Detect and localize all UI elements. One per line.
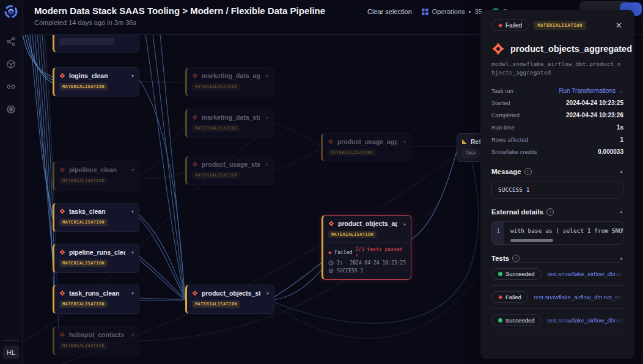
- graph-node-marketing_data_aggregated[interactable]: marketing_data_aggregated ▾ MATERIALISAT…: [185, 67, 274, 96]
- dbt-icon: [192, 73, 198, 79]
- status-circle-icon: [328, 268, 334, 274]
- test-link[interactable]: test.snowflake_airflow_dbt.not_null_pr: [548, 317, 623, 324]
- materialisation-badge: MATERIALISATION: [328, 231, 377, 238]
- chevron-down-icon[interactable]: ▾: [401, 139, 406, 145]
- collapse-caret[interactable]: ▲: [619, 169, 623, 173]
- sql-code-block: 1 with base as ( select 1 from SNOWFLAKE: [491, 221, 623, 245]
- graph-node-pipeline_runs_clean[interactable]: pipeline_runs_clean ▾ MATERIALISATION: [53, 244, 139, 273]
- operations-grid-icon: [422, 9, 428, 15]
- materialisation-badge: MATERIALISATION: [59, 219, 108, 226]
- graph-node-product_usage_staging[interactable]: product_usage_staging ▾ MATERIALISATION: [185, 156, 274, 185]
- app-sidebar: HL: [0, 0, 23, 364]
- graph-node-pipelines_clean[interactable]: pipelines_clean ▾ MATERIALISATION: [53, 161, 139, 191]
- node-status-row: ◆ Failed 2/3 tests passed ↗: [328, 247, 406, 258]
- operations-separator: •: [469, 8, 471, 15]
- test-link[interactable]: test.snowflake_airflow_dbt.unique_pro: [548, 271, 623, 277]
- node-label: marketing_data_aggregated: [202, 72, 260, 79]
- run-status-subtitle: Completed 14 days ago in 3m 36s: [34, 19, 136, 26]
- failed-diamond-icon: ◆: [498, 294, 502, 300]
- tests-summary-link[interactable]: 2/3 tests passed ↗: [355, 247, 406, 258]
- node-label: pipelines_clean: [69, 166, 125, 173]
- node-label: product_usage_staging: [202, 161, 260, 168]
- collapse-caret[interactable]: ▲: [619, 209, 623, 214]
- dbt-icon: [192, 114, 198, 120]
- chevron-down-icon[interactable]: ▾: [129, 73, 134, 79]
- tests-section-header: Tests i ▲: [491, 255, 623, 262]
- materialisation-badge: MATERIALISATION: [59, 177, 108, 184]
- clear-selection-button[interactable]: Clear selection: [367, 8, 412, 15]
- test-row: Succeeded test.snowflake_airflow_dbt.not…: [491, 309, 623, 332]
- test-row: ◆ Failed test.snowflake_airflow_dbt.not_…: [491, 286, 623, 308]
- field-completed: Completed 2024-04-24 10:23:26: [491, 109, 623, 122]
- link-icon[interactable]: [6, 82, 16, 92]
- cube-icon[interactable]: [6, 59, 16, 69]
- chevron-down-icon[interactable]: ▾: [129, 167, 134, 173]
- chevron-down-icon[interactable]: ▾: [129, 250, 134, 255]
- chevron-down-icon[interactable]: ▾: [129, 332, 134, 338]
- dbt-icon: [491, 42, 505, 56]
- divider: [323, 242, 411, 243]
- message-section-header: Message i ▲: [491, 168, 623, 175]
- dbt-icon: [59, 249, 65, 255]
- app-logo-icon[interactable]: [4, 5, 18, 18]
- chevron-down-icon[interactable]: ▾: [129, 291, 134, 296]
- node-label: product_objects_staging: [202, 289, 260, 297]
- collapse-caret[interactable]: ▲: [619, 256, 623, 260]
- close-icon[interactable]: ✕: [614, 20, 623, 31]
- chevron-up-icon[interactable]: ▴: [401, 221, 406, 227]
- field-started: Started 2024-04-24 10:23:25: [491, 97, 623, 109]
- graph-node-marketing_data_staging[interactable]: marketing_data_staging ▾ MATERIALISATION: [185, 109, 274, 138]
- node-label: marketing_data_staging: [202, 114, 260, 121]
- field-run-time: Run time 1s: [491, 122, 623, 134]
- chevron-down-icon[interactable]: ▾: [263, 162, 268, 167]
- task-type-chip: TASK: [462, 149, 480, 158]
- node-label: hubspot_contacts_clean: [69, 331, 125, 338]
- node-label: pipeline_runs_clean: [69, 249, 125, 256]
- node-detail-panel: ◆ Failed MATERIALISATION ✕ product_objec…: [480, 10, 634, 359]
- failed-diamond-icon: ◆: [498, 23, 502, 28]
- graph-node-hubspot_contacts_clean[interactable]: hubspot_contacts_clean ▾ MATERIALISATION: [53, 326, 139, 355]
- integrations-wheel-icon[interactable]: [6, 104, 16, 114]
- run-transformations-link[interactable]: Run Transformations →: [559, 87, 623, 94]
- info-icon: i: [524, 168, 532, 175]
- clock-icon: [328, 260, 334, 266]
- test-link[interactable]: test.snowflake_airflow_dbt.not_null_pr: [534, 294, 623, 300]
- dbt-icon: [328, 220, 334, 227]
- operations-label: Operations: [432, 8, 465, 15]
- graph-node-product_objects_aggregated[interactable]: product_objects_aggregated ▴ MATERIALISA…: [322, 215, 411, 280]
- graph-node-product_usage_aggregated[interactable]: product_usage_aggregated ▾ MATERIALISATI…: [321, 133, 411, 161]
- materialisation-badge: MATERIALISATION: [59, 300, 108, 308]
- horizontal-scrollbar[interactable]: [510, 239, 553, 242]
- dbt-icon: [192, 161, 198, 167]
- chevron-down-icon[interactable]: ▾: [129, 209, 134, 214]
- materialisation-badge: MATERIALISATION: [534, 21, 586, 30]
- user-avatar[interactable]: HL: [3, 346, 19, 359]
- graph-node-task_runs_clean[interactable]: task_runs_clean ▾ MATERIALISATION: [53, 285, 139, 314]
- dbt-icon: [59, 290, 65, 296]
- operations-chip[interactable]: Operations • 35: [422, 8, 482, 15]
- node-title: product_objects_aggregated: [510, 44, 632, 54]
- dbt-icon: [59, 208, 65, 214]
- graph-node-product_objects_staging[interactable]: product_objects_staging ▾ MATERIALISATIO…: [185, 285, 274, 314]
- status-badge: ◆ Failed: [491, 20, 529, 31]
- chevron-down-icon[interactable]: ▾: [263, 73, 268, 79]
- line-number: 1: [492, 222, 504, 244]
- dbt-icon: [59, 332, 65, 338]
- node-label: task_runs_clean: [69, 289, 125, 297]
- node-message-row: SUCCESS 1: [328, 268, 406, 274]
- graph-node-logins_clean[interactable]: logins_clean ▾ MATERIALISATION: [53, 67, 139, 96]
- test-row: Succeeded test.snowflake_airflow_dbt.uni…: [491, 263, 623, 285]
- materialisation-badge: MATERIALISATION: [192, 172, 240, 179]
- sidebar-divider: [3, 340, 19, 341]
- node-label: product_objects_aggregated: [338, 220, 397, 227]
- materialisation-badge: MATERIALISATION: [59, 260, 108, 267]
- pipeline-graph-icon[interactable]: [6, 37, 16, 46]
- graph-node-tasks_clean[interactable]: tasks_clean ▾ MATERIALISATION: [53, 203, 139, 232]
- test-status-badge: Succeeded: [491, 315, 542, 326]
- graph-node-top-partial[interactable]: [53, 34, 139, 53]
- field-rows-affected: Rows affected 1: [491, 134, 623, 146]
- node-label: tasks_clean: [69, 208, 125, 215]
- dbt-icon: [59, 167, 65, 173]
- chevron-down-icon[interactable]: ▾: [263, 115, 268, 120]
- chevron-down-icon[interactable]: ▾: [264, 291, 269, 296]
